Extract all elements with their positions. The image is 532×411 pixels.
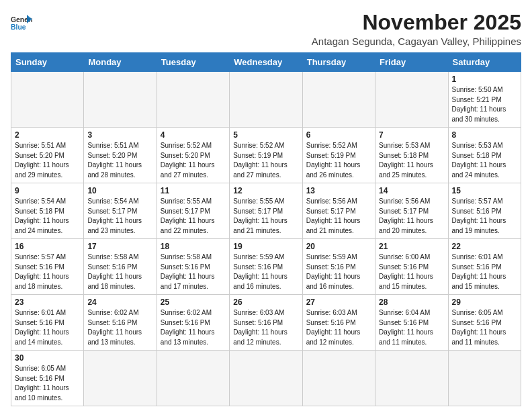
- calendar-cell: [448, 351, 521, 406]
- day-info: Sunrise: 6:05 AMSunset: 5:16 PMDaylight:…: [452, 308, 517, 347]
- calendar-cell: [84, 72, 157, 128]
- week-row-2: 2Sunrise: 5:51 AMSunset: 5:20 PMDaylight…: [11, 128, 521, 183]
- day-info: Sunrise: 5:53 AMSunset: 5:18 PMDaylight:…: [452, 141, 517, 180]
- day-info: Sunrise: 5:51 AMSunset: 5:20 PMDaylight:…: [87, 141, 152, 180]
- calendar-cell: 21Sunrise: 6:00 AMSunset: 5:16 PMDayligh…: [375, 239, 448, 295]
- day-info: Sunrise: 5:58 AMSunset: 5:16 PMDaylight:…: [161, 253, 226, 291]
- day-number: 20: [306, 242, 371, 251]
- day-number: 19: [233, 242, 298, 251]
- svg-text:Blue: Blue: [11, 24, 26, 31]
- day-number: 21: [379, 242, 444, 251]
- calendar-cell: 13Sunrise: 5:56 AMSunset: 5:17 PMDayligh…: [302, 183, 375, 239]
- day-info: Sunrise: 5:55 AMSunset: 5:17 PMDaylight:…: [161, 197, 226, 236]
- header: General Blue November 2025 Antagan Segun…: [11, 11, 521, 47]
- day-number: 15: [452, 186, 517, 195]
- calendar-cell: 3Sunrise: 5:51 AMSunset: 5:20 PMDaylight…: [84, 128, 157, 183]
- calendar-cell: 9Sunrise: 5:54 AMSunset: 5:18 PMDaylight…: [11, 183, 84, 239]
- day-info: Sunrise: 5:57 AMSunset: 5:16 PMDaylight:…: [15, 253, 80, 291]
- calendar-cell: 27Sunrise: 6:03 AMSunset: 5:16 PMDayligh…: [302, 295, 375, 351]
- calendar-cell: 25Sunrise: 6:02 AMSunset: 5:16 PMDayligh…: [157, 295, 229, 351]
- day-info: Sunrise: 6:01 AMSunset: 5:16 PMDaylight:…: [15, 308, 80, 347]
- calendar-cell: [230, 351, 302, 406]
- calendar-cell: 30Sunrise: 6:05 AMSunset: 5:16 PMDayligh…: [11, 351, 84, 406]
- day-info: Sunrise: 6:01 AMSunset: 5:16 PMDaylight:…: [452, 253, 517, 291]
- calendar-cell: [230, 72, 302, 128]
- location-title: Antagan Segunda, Cagayan Valley, Philipp…: [312, 36, 521, 47]
- calendar-cell: 29Sunrise: 6:05 AMSunset: 5:16 PMDayligh…: [448, 295, 521, 351]
- day-number: 11: [161, 186, 226, 195]
- day-info: Sunrise: 5:56 AMSunset: 5:17 PMDaylight:…: [379, 197, 444, 236]
- weekday-header-monday: Monday: [84, 53, 157, 72]
- calendar-cell: [375, 351, 448, 406]
- day-number: 5: [233, 130, 298, 140]
- day-number: 28: [379, 298, 444, 307]
- calendar-cell: 20Sunrise: 5:59 AMSunset: 5:16 PMDayligh…: [302, 239, 375, 295]
- calendar-cell: [157, 72, 229, 128]
- day-info: Sunrise: 5:59 AMSunset: 5:16 PMDaylight:…: [306, 253, 371, 291]
- day-info: Sunrise: 5:59 AMSunset: 5:16 PMDaylight:…: [233, 253, 298, 291]
- day-number: 3: [87, 130, 152, 140]
- calendar-cell: [375, 72, 448, 128]
- logo: General Blue: [11, 13, 32, 32]
- day-number: 23: [15, 298, 80, 307]
- day-number: 12: [233, 186, 298, 195]
- calendar-table: SundayMondayTuesdayWednesdayThursdayFrid…: [11, 52, 521, 406]
- day-number: 10: [87, 186, 152, 195]
- day-number: 25: [161, 298, 226, 307]
- title-section: November 2025 Antagan Segunda, Cagayan V…: [312, 11, 521, 47]
- day-info: Sunrise: 6:04 AMSunset: 5:16 PMDaylight:…: [379, 308, 444, 347]
- calendar-cell: 12Sunrise: 5:55 AMSunset: 5:17 PMDayligh…: [230, 183, 302, 239]
- weekday-header-friday: Friday: [375, 53, 448, 72]
- day-number: 2: [15, 130, 80, 140]
- calendar-cell: [302, 351, 375, 406]
- day-number: 4: [161, 130, 226, 140]
- weekday-header-thursday: Thursday: [302, 53, 375, 72]
- day-number: 27: [306, 298, 371, 307]
- calendar-cell: 18Sunrise: 5:58 AMSunset: 5:16 PMDayligh…: [157, 239, 229, 295]
- day-number: 7: [379, 130, 444, 140]
- day-number: 13: [306, 186, 371, 195]
- calendar-cell: 17Sunrise: 5:58 AMSunset: 5:16 PMDayligh…: [84, 239, 157, 295]
- day-info: Sunrise: 5:54 AMSunset: 5:17 PMDaylight:…: [87, 197, 152, 236]
- week-row-5: 23Sunrise: 6:01 AMSunset: 5:16 PMDayligh…: [11, 295, 521, 351]
- day-info: Sunrise: 6:03 AMSunset: 5:16 PMDaylight:…: [306, 308, 371, 347]
- day-number: 29: [452, 298, 517, 307]
- calendar-cell: 4Sunrise: 5:52 AMSunset: 5:20 PMDaylight…: [157, 128, 229, 183]
- day-info: Sunrise: 5:57 AMSunset: 5:16 PMDaylight:…: [452, 197, 517, 236]
- day-info: Sunrise: 6:02 AMSunset: 5:16 PMDaylight:…: [161, 308, 226, 347]
- calendar-cell: 28Sunrise: 6:04 AMSunset: 5:16 PMDayligh…: [375, 295, 448, 351]
- month-title: November 2025: [312, 11, 521, 34]
- day-number: 14: [379, 186, 444, 195]
- day-number: 30: [15, 353, 80, 363]
- day-number: 6: [306, 130, 371, 140]
- calendar-cell: 10Sunrise: 5:54 AMSunset: 5:17 PMDayligh…: [84, 183, 157, 239]
- calendar-cell: 5Sunrise: 5:52 AMSunset: 5:19 PMDaylight…: [230, 128, 302, 183]
- calendar-cell: 23Sunrise: 6:01 AMSunset: 5:16 PMDayligh…: [11, 295, 84, 351]
- day-info: Sunrise: 5:55 AMSunset: 5:17 PMDaylight:…: [233, 197, 298, 236]
- calendar-cell: 24Sunrise: 6:02 AMSunset: 5:16 PMDayligh…: [84, 295, 157, 351]
- day-number: 26: [233, 298, 298, 307]
- calendar-cell: 16Sunrise: 5:57 AMSunset: 5:16 PMDayligh…: [11, 239, 84, 295]
- calendar-cell: [84, 351, 157, 406]
- calendar-cell: 26Sunrise: 6:03 AMSunset: 5:16 PMDayligh…: [230, 295, 302, 351]
- day-info: Sunrise: 6:03 AMSunset: 5:16 PMDaylight:…: [233, 308, 298, 347]
- day-info: Sunrise: 5:51 AMSunset: 5:20 PMDaylight:…: [15, 141, 80, 180]
- week-row-6: 30Sunrise: 6:05 AMSunset: 5:16 PMDayligh…: [11, 351, 521, 406]
- week-row-3: 9Sunrise: 5:54 AMSunset: 5:18 PMDaylight…: [11, 183, 521, 239]
- calendar-cell: [157, 351, 229, 406]
- day-info: Sunrise: 6:05 AMSunset: 5:16 PMDaylight:…: [15, 364, 80, 403]
- weekday-header-tuesday: Tuesday: [157, 53, 229, 72]
- day-info: Sunrise: 5:56 AMSunset: 5:17 PMDaylight:…: [306, 197, 371, 236]
- day-info: Sunrise: 5:52 AMSunset: 5:19 PMDaylight:…: [233, 141, 298, 180]
- weekday-header-sunday: Sunday: [11, 53, 84, 72]
- week-row-4: 16Sunrise: 5:57 AMSunset: 5:16 PMDayligh…: [11, 239, 521, 295]
- day-number: 18: [161, 242, 226, 251]
- weekday-header-row: SundayMondayTuesdayWednesdayThursdayFrid…: [11, 53, 521, 72]
- day-number: 8: [452, 130, 517, 140]
- calendar-cell: 7Sunrise: 5:53 AMSunset: 5:18 PMDaylight…: [375, 128, 448, 183]
- day-number: 22: [452, 242, 517, 251]
- day-number: 1: [452, 75, 517, 84]
- day-info: Sunrise: 5:53 AMSunset: 5:18 PMDaylight:…: [379, 141, 444, 180]
- day-number: 24: [87, 298, 152, 307]
- calendar-cell: 19Sunrise: 5:59 AMSunset: 5:16 PMDayligh…: [230, 239, 302, 295]
